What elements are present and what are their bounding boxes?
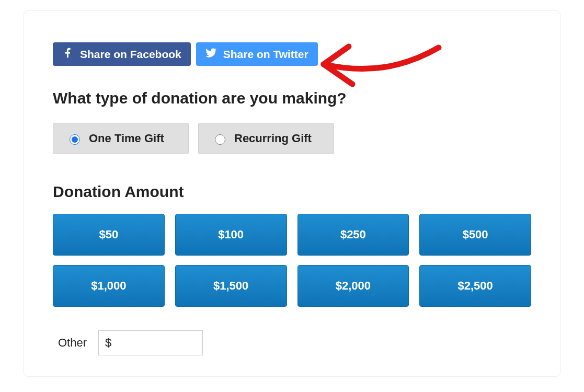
amount-button[interactable]: $2,500 — [419, 265, 531, 307]
other-amount-box[interactable]: $ — [98, 330, 203, 355]
amount-button[interactable]: $100 — [175, 214, 287, 256]
option-one-time[interactable]: One Time Gift — [53, 123, 189, 154]
share-twitter-label: Share on Twitter — [223, 48, 308, 61]
amount-button[interactable]: $50 — [53, 214, 165, 256]
donation-type-heading: What type of donation are you making? — [53, 89, 531, 107]
amount-button[interactable]: $250 — [297, 214, 409, 256]
facebook-icon — [62, 47, 74, 61]
donation-amount-heading: Donation Amount — [53, 183, 531, 201]
amount-button[interactable]: $1,000 — [53, 265, 165, 307]
currency-symbol: $ — [105, 336, 111, 350]
share-twitter-button[interactable]: Share on Twitter — [196, 42, 318, 66]
radio-one-time[interactable] — [70, 134, 80, 145]
other-amount-row: Other $ — [53, 330, 531, 355]
amount-button[interactable]: $500 — [419, 214, 531, 256]
option-recurring[interactable]: Recurring Gift — [198, 123, 334, 154]
twitter-icon — [205, 47, 217, 61]
amount-button[interactable]: $1,500 — [175, 265, 287, 307]
share-facebook-label: Share on Facebook — [80, 48, 181, 61]
amount-button[interactable]: $2,000 — [297, 265, 409, 307]
donation-type-options: One Time Gift Recurring Gift — [53, 123, 531, 154]
radio-recurring[interactable] — [215, 134, 225, 145]
amount-grid: $50 $100 $250 $500 $1,000 $1,500 $2,000 … — [53, 214, 531, 307]
share-facebook-button[interactable]: Share on Facebook — [53, 42, 191, 66]
option-recurring-label: Recurring Gift — [234, 132, 312, 145]
option-one-time-label: One Time Gift — [89, 132, 164, 145]
donation-form-card: Share on Facebook Share on Twitter What … — [24, 10, 560, 377]
other-amount-label: Other — [58, 336, 87, 350]
share-row: Share on Facebook Share on Twitter — [53, 42, 531, 66]
other-amount-input[interactable] — [114, 337, 188, 350]
